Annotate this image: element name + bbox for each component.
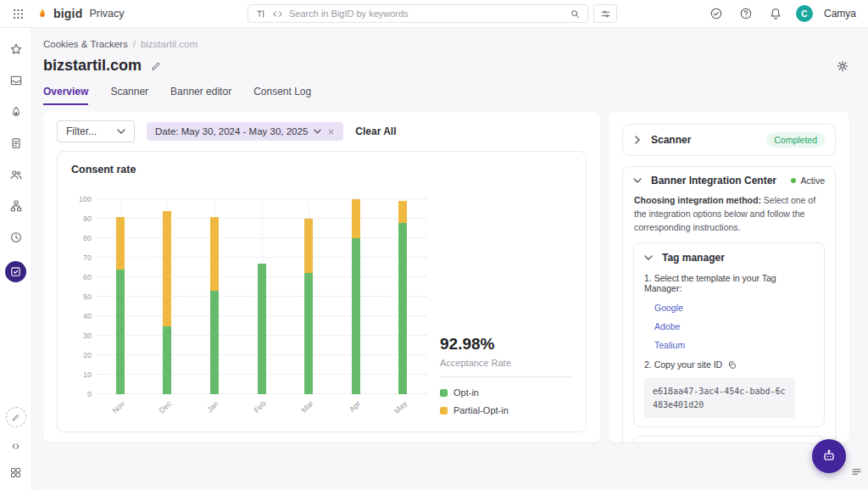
sidebar-nav [5, 42, 26, 282]
legend-opt-in-label: Opt-in [453, 387, 479, 398]
sidebar-item-reports[interactable] [8, 136, 24, 151]
link-tealium[interactable]: Tealium [654, 340, 814, 350]
scanner-accordion-header[interactable]: Scanner Completed [633, 132, 825, 148]
feedback-pencil-icon[interactable] [6, 407, 26, 427]
chart-summary: 92.98% Acceptance Rate Opt-in P [438, 175, 572, 415]
page-settings-gear-icon[interactable] [836, 59, 849, 73]
y-tick-label: 30 [73, 331, 92, 340]
scanner-accordion: Scanner Completed [622, 124, 836, 156]
stacked-bar [210, 217, 219, 394]
advanced-search-button[interactable] [593, 4, 617, 23]
global-search: Search in BigID by keywords [248, 4, 617, 23]
stacked-bar [116, 217, 125, 394]
chart-title: Consent rate [71, 164, 572, 175]
sidebar-item-hierarchy[interactable] [8, 198, 24, 214]
banner-integration-header[interactable]: Banner Integration Center Active [633, 175, 825, 187]
x-tick-label: Jan [206, 399, 220, 414]
opt-in-segment [304, 273, 313, 394]
search-icon[interactable] [570, 8, 581, 19]
filter-dropdown[interactable]: Filter... [57, 120, 135, 142]
apps-grid-icon[interactable] [8, 465, 24, 480]
remove-chip-icon [327, 128, 335, 136]
breadcrumb-parent[interactable]: Cookies & Trackers [43, 39, 128, 49]
stacked-bar [352, 199, 360, 394]
clear-all-button[interactable]: Clear All [355, 125, 396, 137]
sidebar-item-data-flows[interactable] [8, 104, 24, 120]
y-tick-label: 40 [73, 312, 92, 320]
chevron-down-icon [633, 178, 642, 183]
stacked-bar [398, 201, 407, 394]
sidebar-bottom [6, 407, 26, 480]
text-search-icon[interactable] [255, 8, 266, 19]
tab-overview[interactable]: Overview [43, 86, 88, 105]
page-title: bizstartil.com [43, 57, 142, 75]
overview-panel: Filter... Date: May 30, 2024 - May 30, 2… [43, 112, 600, 443]
x-tick-label: Feb [253, 399, 268, 415]
edit-title-pencil-icon[interactable] [150, 60, 162, 72]
y-tick-label: 90 [73, 214, 92, 223]
chart-column: Apr [332, 199, 380, 394]
content-row: Filter... Date: May 30, 2024 - May 30, 2… [43, 112, 849, 443]
partial-opt-in-segment [398, 201, 407, 222]
summary-divider [440, 376, 572, 377]
date-filter-chip[interactable]: Date: May 30, 2024 - May 30, 2025 [147, 122, 343, 141]
bigid-logo[interactable]: bigid Privacy [36, 6, 124, 21]
opt-in-segment [163, 326, 171, 395]
main-content: Cookies & Trackers / bizstartil.com bizs… [32, 28, 868, 490]
app-launcher-icon[interactable] [8, 4, 27, 23]
site-id-value: e618aa47-3ac4-454c-babd-6c483e401d20 [644, 378, 795, 418]
integration-instructions: Choosing integration method: Select one … [634, 194, 824, 234]
tab-consent-log[interactable]: Consent Log [253, 86, 311, 105]
active-status-label: Active [800, 175, 825, 186]
sidebar-item-activity-history[interactable] [8, 230, 24, 245]
opt-in-segment [210, 291, 219, 394]
bigid-flame-icon [36, 6, 49, 21]
y-tick-label: 10 [73, 370, 92, 379]
y-tick-label: 100 [73, 195, 92, 203]
breadcrumb-current: bizstartil.com [141, 39, 198, 49]
tag-manager-header[interactable]: Tag manager [644, 252, 814, 264]
sidebar-item-favorites[interactable] [8, 42, 24, 57]
copy-site-id-icon[interactable] [727, 360, 737, 370]
tab-scanner[interactable]: Scanner [110, 86, 148, 105]
collapse-sidebar-icon[interactable] [8, 438, 24, 454]
legend-item-opt-in: Opt-in [440, 387, 572, 398]
user-avatar[interactable]: C [796, 5, 813, 22]
banner-integration-status: Active [791, 175, 825, 186]
legend-opt-in-swatch [440, 389, 448, 397]
chart-column: Nov [97, 199, 144, 394]
system-status-icon[interactable] [707, 4, 726, 23]
link-adobe[interactable]: Adobe [654, 321, 814, 331]
link-google[interactable]: Google [654, 303, 814, 313]
banner-integration-title: Banner Integration Center [651, 175, 776, 187]
tag-manager-links: Google Adobe Tealium [654, 303, 814, 350]
sidebar-item-inbox[interactable] [8, 73, 24, 88]
legend-item-partial-opt-in: Partial-Opt-in [440, 405, 572, 415]
left-sidebar [0, 28, 32, 490]
tag-manager-step-2: 2. Copy your site ID [644, 359, 814, 370]
help-icon[interactable] [737, 4, 755, 23]
tab-banner-editor[interactable]: Banner editor [170, 86, 231, 105]
banner-integration-accordion: Banner Integration Center Active Choosin… [622, 166, 836, 443]
tag-manager-title: Tag manager [662, 252, 725, 264]
top-bar: bigid Privacy Search in BigID by keyword… [0, 0, 868, 28]
acceptance-rate-value: 92.98% [440, 335, 572, 354]
partial-opt-in-segment [116, 217, 125, 270]
opt-in-segment [116, 270, 125, 394]
sidebar-item-consent-manager[interactable] [5, 261, 26, 282]
partial-opt-in-segment [210, 217, 219, 291]
topbar-actions: C Camya [707, 4, 856, 23]
assistant-fab[interactable] [812, 439, 846, 473]
chart-legend: Opt-in Partial-Opt-in [440, 387, 572, 415]
sidebar-item-users[interactable] [8, 167, 24, 182]
tag-manager-accordion: Tag manager 1. Select the template in yo… [633, 242, 825, 427]
notifications-bell-icon[interactable] [766, 4, 785, 23]
search-input[interactable]: Search in BigID by keywords [248, 4, 588, 23]
y-tick-label: 20 [73, 351, 92, 359]
regex-search-icon[interactable] [272, 8, 283, 19]
chevron-down-icon [644, 255, 653, 260]
scanner-status-badge: Completed [766, 132, 825, 148]
partial-opt-in-segment [352, 199, 360, 238]
resize-grip-icon[interactable] [851, 465, 862, 476]
breadcrumb: Cookies & Trackers / bizstartil.com [43, 39, 849, 49]
